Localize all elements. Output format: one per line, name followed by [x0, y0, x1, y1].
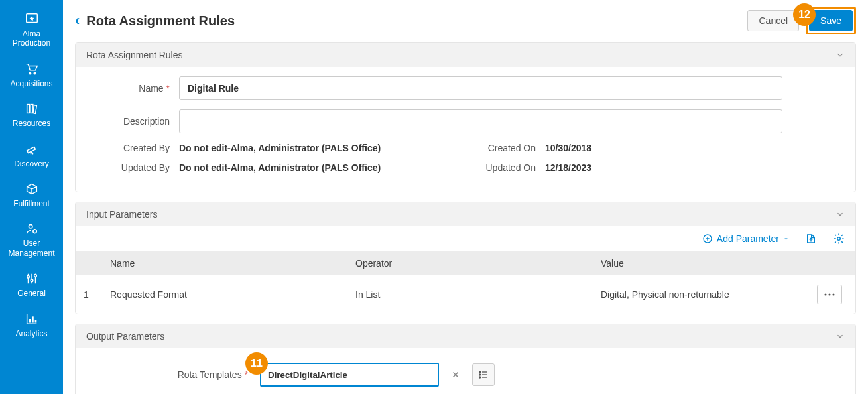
telescope-icon	[25, 142, 39, 157]
close-icon	[451, 370, 460, 379]
svg-rect-12	[34, 320, 36, 322]
svg-point-5	[29, 225, 32, 229]
col-name: Name	[102, 251, 347, 275]
sidebar-item-acquisitions[interactable]: Acquisitions	[0, 55, 63, 95]
description-label: Description	[86, 116, 179, 127]
panel-header[interactable]: Rota Assignment Rules	[76, 43, 855, 67]
updated-on-value: 12/18/2023	[545, 163, 591, 173]
sidebar-item-label: Analytics	[15, 329, 47, 338]
sidebar-item-label: Acquisitions	[10, 79, 52, 88]
updated-by-value: Do not edit-Alma, Administrator (PALS Of…	[179, 163, 381, 173]
sidebar-item-resources[interactable]: Resources	[0, 95, 63, 135]
rota-templates-input[interactable]	[260, 363, 439, 387]
back-button[interactable]: ‹	[75, 12, 80, 29]
box-icon	[25, 182, 39, 196]
svg-rect-11	[32, 316, 34, 322]
chart-icon	[25, 312, 39, 326]
ellipsis-icon	[824, 293, 835, 296]
svg-rect-10	[29, 319, 31, 323]
page-title: Rota Assignment Rules	[86, 13, 235, 29]
parameters-table: Name Operator Value 1 Requested Format I…	[76, 251, 855, 314]
sliders-icon	[25, 271, 39, 286]
svg-point-20	[479, 377, 481, 378]
svg-point-15	[824, 293, 826, 295]
svg-point-14	[837, 237, 841, 241]
cell-name: Requested Format	[102, 275, 347, 314]
panel-header[interactable]: Output Parameters	[76, 324, 855, 348]
chevron-down-icon[interactable]	[836, 332, 845, 341]
sidebar-item-label: Resources	[13, 119, 50, 128]
sidebar-item-label: General	[17, 289, 46, 298]
rota-templates-label: 11 Rota Templates *	[86, 369, 255, 380]
gear-icon[interactable]	[833, 233, 845, 245]
created-on-label: Created On	[465, 143, 545, 153]
user-gear-icon	[25, 222, 39, 236]
name-input[interactable]	[179, 76, 782, 100]
created-by-value: Do not edit-Alma, Administrator (PALS Of…	[179, 143, 381, 153]
cell-num: 1	[76, 275, 102, 314]
svg-point-17	[832, 293, 834, 295]
sidebar-item-discovery[interactable]: Discovery	[0, 135, 63, 175]
svg-point-7	[27, 276, 29, 279]
panel-output-parameters: Output Parameters 11 Rota Templates *	[75, 324, 856, 394]
callout-11: 11	[245, 352, 268, 375]
panel-title: Output Parameters	[86, 331, 164, 342]
sidebar-item-user-management[interactable]: User Management	[0, 215, 63, 265]
star-banner-icon	[25, 12, 39, 27]
svg-point-2	[34, 72, 36, 74]
svg-point-18	[479, 371, 481, 373]
cancel-button[interactable]: Cancel	[747, 10, 799, 31]
row-actions-button[interactable]	[817, 285, 842, 304]
add-parameter-label: Add Parameter	[717, 233, 779, 244]
sidebar-item-alma-production[interactable]: Alma Production	[0, 5, 63, 55]
col-value: Value	[593, 251, 802, 275]
svg-point-19	[479, 374, 481, 375]
cell-value: Digital, Physical non-returnable	[593, 275, 802, 314]
cart-icon	[25, 62, 39, 76]
created-by-label: Created By	[86, 143, 179, 153]
created-on-value: 10/30/2018	[545, 143, 591, 153]
svg-point-16	[828, 293, 830, 295]
svg-point-6	[32, 230, 36, 233]
updated-on-label: Updated On	[465, 163, 545, 173]
col-operator: Operator	[347, 251, 593, 275]
panel-input-parameters: Input Parameters Add Parameter	[75, 202, 856, 314]
page-header: ‹ Rota Assignment Rules Cancel 12 Save	[75, 7, 856, 34]
svg-rect-4	[31, 105, 33, 113]
chevron-down-icon[interactable]	[836, 210, 845, 219]
chevron-down-icon[interactable]	[836, 50, 845, 60]
sidebar-item-analytics[interactable]: Analytics	[0, 305, 63, 345]
svg-point-8	[31, 279, 33, 282]
plus-circle-icon	[702, 233, 713, 244]
sidebar-item-label: Fulfillment	[13, 199, 50, 208]
cell-operator: In List	[347, 275, 593, 314]
col-num	[76, 251, 102, 275]
description-input[interactable]	[179, 109, 782, 133]
table-row[interactable]: 1 Requested Format In List Digital, Phys…	[76, 275, 855, 314]
panel-rota-assignment-rules: Rota Assignment Rules Name * Description…	[75, 42, 856, 192]
svg-point-9	[34, 275, 36, 277]
sidebar-item-general[interactable]: General	[0, 265, 63, 304]
sidebar-item-fulfillment[interactable]: Fulfillment	[0, 175, 63, 215]
col-actions	[802, 251, 855, 275]
add-parameter-button[interactable]: Add Parameter	[702, 233, 789, 244]
name-label: Name *	[86, 83, 179, 94]
panel-title: Input Parameters	[86, 209, 157, 220]
clear-button[interactable]	[444, 363, 467, 386]
svg-point-1	[29, 72, 31, 74]
caret-down-icon	[783, 236, 789, 242]
callout-12: 12	[793, 3, 816, 26]
svg-rect-3	[27, 105, 29, 113]
main-content: ‹ Rota Assignment Rules Cancel 12 Save R…	[63, 0, 868, 394]
panel-header[interactable]: Input Parameters	[76, 202, 855, 226]
sidebar: Alma Production Acquisitions Resources D…	[0, 0, 63, 394]
export-icon[interactable]	[805, 233, 817, 245]
list-picker-button[interactable]	[472, 363, 495, 386]
books-icon	[25, 101, 39, 116]
updated-by-label: Updated By	[86, 163, 179, 173]
sidebar-item-label: Discovery	[14, 159, 49, 168]
save-button-highlight: 12 Save	[806, 7, 856, 34]
list-icon	[478, 370, 489, 379]
sidebar-item-label: Alma Production	[3, 29, 60, 48]
sidebar-item-label: User Management	[3, 239, 60, 258]
